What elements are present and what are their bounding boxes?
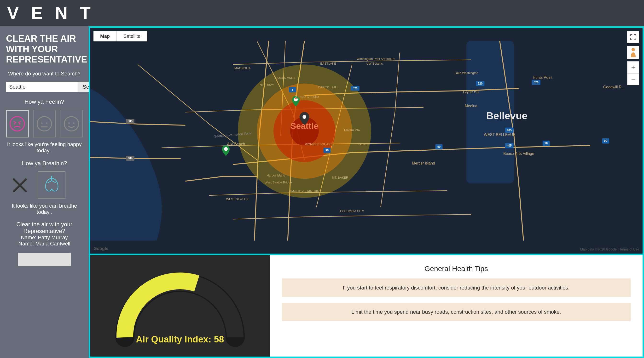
svg-text:MAGNOLIA: MAGNOLIA — [234, 66, 251, 70]
main-layout: CLEAR THE AIR WITH YOUR REPRESENTATIVE W… — [0, 26, 644, 358]
breathe-selector — [6, 171, 83, 199]
aqi-label: Air Quality Index: 58 — [136, 334, 224, 345]
svg-text:West Seattle Bridge: West Seattle Bridge — [264, 181, 292, 184]
svg-text:520: 520 — [534, 81, 538, 84]
svg-point-11 — [73, 122, 74, 124]
svg-text:405: 405 — [507, 144, 512, 147]
map-zoom-controls: + − — [627, 61, 639, 85]
svg-text:MADRONA: MADRONA — [344, 128, 360, 132]
health-tips-title: General Health Tips — [282, 265, 630, 273]
gauge-container: Air Quality Index: 58 — [110, 266, 250, 347]
svg-text:MT. BAKER: MT. BAKER — [332, 176, 348, 179]
svg-text:Washington Park Arboretum: Washington Park Arboretum — [357, 57, 395, 61]
svg-text:Mercer Island: Mercer Island — [412, 161, 435, 165]
sidebar-heading: CLEAR THE AIR WITH YOUR REPRESENTATIVE — [6, 33, 83, 65]
svg-text:QUEEN ANNE: QUEEN ANNE — [275, 76, 296, 79]
svg-text:90: 90 — [438, 145, 441, 148]
svg-point-5 — [37, 117, 52, 131]
svg-point-0 — [10, 117, 24, 131]
satellite-button[interactable]: Satellite — [117, 31, 147, 41]
svg-text:PIONEER SQUARE: PIONEER SQUARE — [305, 142, 333, 146]
svg-text:WEST BELLEVUE: WEST BELLEVUE — [484, 133, 516, 137]
health-tip-1: If you start to feel respiratory discomf… — [282, 279, 630, 297]
street-view-button[interactable] — [627, 46, 639, 59]
breathe-option-selected[interactable] — [38, 171, 66, 199]
svg-text:Goodwill R...: Goodwill R... — [603, 85, 625, 89]
mood-angry[interactable] — [6, 110, 29, 137]
mood-selector — [6, 110, 83, 137]
svg-point-22 — [302, 115, 306, 119]
zoom-in-button[interactable]: + — [627, 61, 639, 73]
svg-text:520: 520 — [478, 82, 482, 85]
where-label: Where do you want to Search? — [6, 71, 83, 77]
svg-text:LESCHI: LESCHI — [358, 142, 370, 146]
rep-title: Clear the air with your Representative? — [6, 221, 83, 234]
rep-name-2: Name: Maria Cantwell — [6, 241, 83, 247]
svg-point-7 — [46, 122, 48, 124]
svg-point-25 — [224, 147, 228, 151]
svg-text:5: 5 — [292, 88, 293, 91]
feeling-title: How ya Feelin? — [6, 98, 83, 105]
svg-text:304: 304 — [128, 157, 132, 160]
svg-point-10 — [68, 122, 70, 124]
svg-text:Bellevue: Bellevue — [486, 110, 528, 121]
happy-face-icon — [63, 115, 80, 132]
svg-text:INTERBAY: INTERBAY — [258, 83, 274, 87]
svg-text:90: 90 — [604, 139, 607, 142]
aqi-section: Air Quality Index: 58 — [90, 255, 270, 357]
svg-point-4 — [19, 123, 20, 124]
svg-line-1 — [14, 121, 16, 123]
svg-text:CAPITOL HILL: CAPITOL HILL — [318, 85, 338, 89]
map-toggle: Map Satellite — [94, 31, 147, 41]
svg-text:Hunts Point: Hunts Point — [533, 75, 553, 79]
neutral-face-icon — [36, 115, 53, 132]
person-icon — [630, 48, 637, 57]
search-input[interactable] — [6, 82, 78, 92]
svg-text:520: 520 — [353, 87, 358, 90]
rep-button[interactable] — [18, 253, 71, 266]
right-content: Map Satellite — [89, 26, 644, 358]
app-header: V E N T — [0, 0, 644, 26]
mood-happy[interactable] — [60, 110, 83, 137]
svg-text:90: 90 — [326, 149, 329, 152]
no-breathe-option[interactable] — [6, 171, 34, 199]
svg-text:INDUSTRIAL DISTRICT: INDUSTRIAL DISTRICT — [288, 189, 321, 193]
health-tip-2: Limit the time you spend near busy roads… — [282, 303, 630, 321]
zoom-out-button[interactable]: − — [627, 73, 639, 85]
mood-neutral[interactable] — [33, 110, 56, 137]
svg-point-9 — [64, 117, 78, 131]
svg-text:405: 405 — [507, 129, 512, 132]
map-data-text: Map data ©2020 Google | Terms of Use — [580, 247, 639, 251]
sidebar: CLEAR THE AIR WITH YOUR REPRESENTATIVE W… — [0, 26, 89, 358]
svg-text:Space Needle: Space Needle — [295, 95, 319, 99]
svg-text:Lake Washington: Lake Washington — [454, 71, 478, 75]
search-row: Search — [6, 82, 83, 92]
svg-text:Alki Beach: Alki Beach — [227, 142, 245, 146]
bottom-section: Air Quality Index: 58 General Health Tip… — [90, 254, 642, 357]
rep-name-1: Name: Patty Murray — [6, 234, 83, 241]
svg-text:UW Botanic...: UW Botanic... — [366, 62, 386, 65]
google-watermark: Google — [94, 246, 108, 251]
svg-text:305: 305 — [128, 119, 132, 123]
svg-text:COLUMBIA CITY: COLUMBIA CITY — [340, 209, 364, 213]
svg-point-15 — [632, 48, 635, 51]
lungs-icon — [40, 173, 64, 197]
map-container: Map Satellite — [90, 28, 642, 254]
map-svg: 📍 Seattle Space Needle Alki Beach Bellev… — [90, 28, 642, 254]
svg-text:EASTLAKE: EASTLAKE — [320, 62, 336, 65]
svg-text:Beaux Arts Village: Beaux Arts Village — [503, 152, 534, 156]
rep-section: Clear the air with your Representative? … — [6, 221, 83, 247]
svg-text:Harbor Island: Harbor Island — [266, 174, 285, 177]
svg-point-3 — [14, 123, 16, 124]
app-title: V E N T — [7, 3, 94, 23]
svg-text:WEST SEATTLE: WEST SEATTLE — [226, 197, 249, 201]
svg-point-6 — [41, 122, 43, 124]
svg-text:Seattle: Seattle — [290, 121, 318, 131]
map-button[interactable]: Map — [94, 31, 116, 41]
breathe-title: How ya Breathin? — [6, 160, 83, 167]
x-mark-icon — [10, 176, 30, 195]
feeling-text: It looks like you're feeling happy today… — [6, 141, 83, 154]
fullscreen-button[interactable] — [627, 31, 639, 43]
svg-line-2 — [18, 121, 21, 123]
breathe-text: It looks like you can breathe today.. — [6, 203, 83, 215]
